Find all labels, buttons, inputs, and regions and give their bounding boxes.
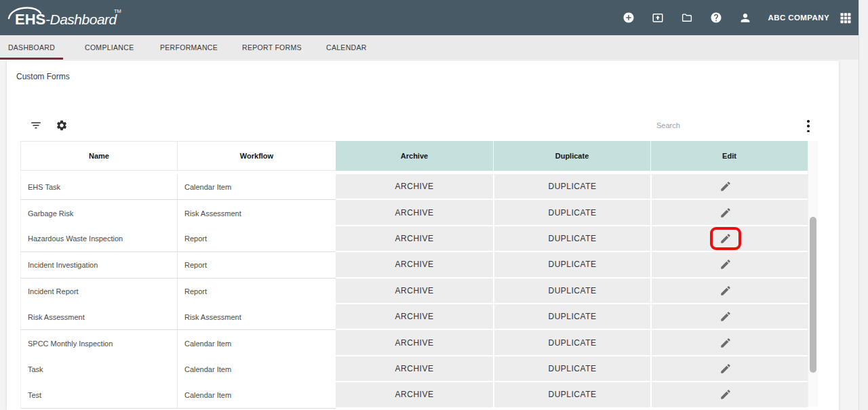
app-logo: EHS -Dashboard TM (7, 4, 125, 31)
kebab-menu-icon[interactable] (806, 120, 811, 132)
table-body: EHS Task Calendar Item ARCHIVE DUPLICATE… (20, 171, 808, 409)
edit-cell (650, 200, 808, 226)
cell-name: Incident Investigation (20, 252, 178, 278)
duplicate-button[interactable]: DUPLICATE (493, 304, 650, 330)
edit-pencil-icon[interactable] (719, 337, 732, 349)
duplicate-button[interactable]: DUPLICATE (493, 174, 650, 200)
cell-name: SPCC Monthly Inspection (20, 330, 178, 356)
app-header: EHS -Dashboard TM ABC COMPANY (0, 0, 868, 35)
duplicate-button[interactable]: DUPLICATE (493, 382, 650, 408)
edit-pencil-icon[interactable] (719, 207, 732, 219)
logo-graphic: EHS -Dashboard TM (7, 4, 125, 31)
edit-cell (650, 279, 808, 304)
table-row: Hazardous Waste Inspection Report ARCHIV… (20, 226, 808, 252)
cell-workflow: Report (178, 226, 336, 252)
table-row: Risk Assessment Risk Assessment ARCHIVE … (20, 304, 808, 330)
table-row: Test Calendar Item ARCHIVE DUPLICATE (20, 382, 808, 408)
cell-name: Task (20, 356, 178, 382)
logo-trademark: TM (114, 8, 121, 14)
page-content: Custom Forms Name Workflow Archive Dupli… (0, 60, 868, 410)
table-row: Incident Report Report ARCHIVE DUPLICATE (20, 279, 808, 304)
cell-name: Test (20, 382, 178, 408)
archive-button[interactable]: ARCHIVE (336, 304, 493, 330)
cell-name: Hazardous Waste Inspection (20, 226, 178, 252)
duplicate-button[interactable]: DUPLICATE (493, 330, 650, 356)
cell-name: Incident Report (20, 279, 178, 304)
column-header-duplicate[interactable]: Duplicate (493, 141, 650, 171)
duplicate-button[interactable]: DUPLICATE (493, 252, 650, 278)
primary-nav: DASHBOARD COMPLIANCE PERFORMANCE REPORT … (0, 35, 868, 60)
edit-pencil-icon[interactable] (719, 180, 732, 192)
cell-workflow: Report (178, 252, 336, 278)
edit-cell (650, 330, 808, 356)
column-header-edit[interactable]: Edit (650, 141, 808, 171)
cell-workflow: Calendar Item (178, 330, 336, 356)
edit-cell (650, 226, 808, 252)
edit-pencil-icon[interactable] (719, 232, 732, 245)
folder-icon[interactable] (681, 12, 693, 24)
tab-dashboard[interactable]: DASHBOARD (0, 35, 63, 60)
search-input[interactable] (656, 118, 792, 133)
table-scrollbar-thumb[interactable] (810, 217, 816, 373)
duplicate-button[interactable]: DUPLICATE (493, 356, 650, 382)
archive-button[interactable]: ARCHIVE (336, 174, 493, 200)
logo-brand-rest: -Dashboard (45, 12, 118, 27)
edit-cell (650, 174, 808, 200)
company-name[interactable]: ABC COMPANY (768, 14, 829, 22)
custom-forms-table: Name Workflow Archive Duplicate Edit EHS… (20, 141, 808, 409)
table-scrollbar-track[interactable] (808, 141, 818, 407)
tab-calendar[interactable]: CALENDAR (326, 35, 367, 60)
cell-workflow: Calendar Item (178, 174, 336, 200)
archive-button[interactable]: ARCHIVE (336, 382, 493, 408)
edit-cell (650, 356, 808, 382)
gear-icon[interactable] (56, 119, 68, 131)
cell-name: Garbage Risk (20, 200, 178, 226)
archive-button[interactable]: ARCHIVE (336, 356, 493, 382)
cell-workflow: Risk Assessment (178, 304, 336, 330)
logo-brand-bold: EHS (15, 11, 45, 28)
add-circle-icon[interactable] (623, 12, 635, 24)
table-row: Garbage Risk Risk Assessment ARCHIVE DUP… (20, 200, 808, 226)
archive-button[interactable]: ARCHIVE (336, 252, 493, 278)
edit-pencil-icon[interactable] (719, 310, 732, 323)
edit-cell (650, 252, 808, 278)
column-header-name[interactable]: Name (20, 141, 178, 171)
upload-box-icon[interactable] (652, 12, 664, 24)
account-icon[interactable] (739, 12, 751, 24)
cell-workflow: Calendar Item (178, 382, 336, 408)
custom-forms-card: Custom Forms Name Workflow Archive Dupli… (7, 61, 839, 410)
browser-scrollbar[interactable] (859, 0, 868, 410)
cell-workflow: Report (178, 279, 336, 304)
column-header-archive[interactable]: Archive (336, 141, 493, 171)
edit-cell (650, 304, 808, 330)
table-row: EHS Task Calendar Item ARCHIVE DUPLICATE (20, 174, 808, 200)
tab-report-forms[interactable]: REPORT FORMS (242, 35, 302, 60)
archive-button[interactable]: ARCHIVE (336, 330, 493, 356)
filter-icon[interactable] (30, 119, 42, 131)
edit-pencil-icon[interactable] (719, 363, 732, 375)
cell-name: EHS Task (20, 174, 178, 200)
tab-performance[interactable]: PERFORMANCE (160, 35, 218, 60)
edit-pencil-icon[interactable] (719, 258, 732, 270)
help-circle-icon[interactable] (710, 12, 722, 24)
apps-grid-icon[interactable] (840, 12, 852, 24)
duplicate-button[interactable]: DUPLICATE (493, 200, 650, 226)
edit-pencil-icon[interactable] (719, 285, 732, 297)
table-header-row: Name Workflow Archive Duplicate Edit (20, 141, 808, 171)
card-title: Custom Forms (16, 72, 70, 81)
archive-button[interactable]: ARCHIVE (336, 279, 493, 304)
duplicate-button[interactable]: DUPLICATE (493, 279, 650, 304)
duplicate-button[interactable]: DUPLICATE (493, 226, 650, 252)
edit-cell (650, 382, 808, 408)
archive-button[interactable]: ARCHIVE (336, 200, 493, 226)
column-header-workflow[interactable]: Workflow (178, 141, 336, 171)
table-row: SPCC Monthly Inspection Calendar Item AR… (20, 330, 808, 356)
tab-compliance[interactable]: COMPLIANCE (85, 35, 134, 60)
cell-workflow: Calendar Item (178, 356, 336, 382)
cell-name: Risk Assessment (20, 304, 178, 330)
table-row: Incident Investigation Report ARCHIVE DU… (20, 252, 808, 278)
table-row: Task Calendar Item ARCHIVE DUPLICATE (20, 356, 808, 382)
edit-pencil-icon[interactable] (719, 388, 732, 401)
archive-button[interactable]: ARCHIVE (336, 226, 493, 252)
cell-workflow: Risk Assessment (178, 200, 336, 226)
